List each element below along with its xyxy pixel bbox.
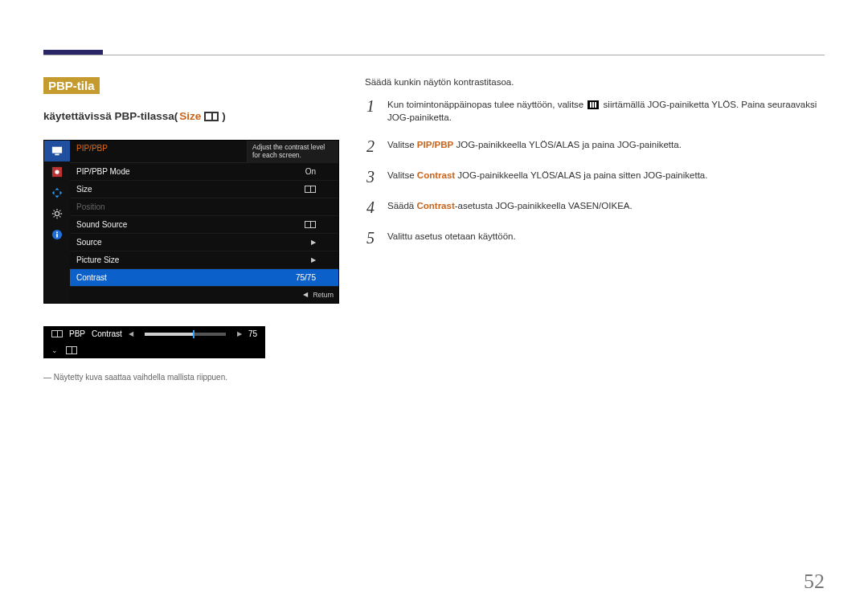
subhead-suffix: ) bbox=[222, 110, 226, 122]
step-2: 2 Valitse PIP/PBP JOG-painikkeella YLÖS/… bbox=[365, 138, 825, 154]
slider-track[interactable] bbox=[145, 333, 226, 336]
pbp-source-icon bbox=[51, 330, 63, 337]
osd-row-label: Source bbox=[76, 238, 207, 247]
step-number: 5 bbox=[365, 230, 376, 246]
osd-row-size[interactable]: Size bbox=[70, 181, 338, 198]
step-text: Valitse Contrast JOG-painikkeella YLÖS/A… bbox=[387, 169, 825, 182]
osd-row-source[interactable]: Source ▶ bbox=[70, 234, 338, 251]
chevron-left-icon[interactable]: ◀ bbox=[129, 330, 133, 337]
chevron-right-icon: ▶ bbox=[311, 256, 316, 264]
info-icon[interactable] bbox=[44, 224, 70, 245]
page-title: PBP-tila bbox=[43, 77, 100, 94]
pbp-size-icon bbox=[204, 112, 219, 121]
step-text: Valitse PIP/PBP JOG-painikkeella YLÖS/AL… bbox=[387, 138, 825, 151]
step-3: 3 Valitse Contrast JOG-painikkeella YLÖS… bbox=[365, 169, 825, 185]
osd-row-label: PIP/PBP Mode bbox=[76, 167, 207, 176]
osd-row-picturesize[interactable]: Picture Size ▶ bbox=[70, 251, 338, 269]
step-text: Valittu asetus otetaan käyttöön. bbox=[387, 230, 825, 243]
osd-row-value bbox=[207, 221, 332, 228]
osd-iconbar bbox=[44, 141, 70, 303]
osd-description: Adjust the contrast level for each scree… bbox=[247, 141, 338, 163]
step-pre: Valitse bbox=[387, 170, 417, 180]
step-4: 4 Säädä Contrast-asetusta JOG-painikkeel… bbox=[365, 199, 825, 215]
slider-param-label: Contrast bbox=[92, 329, 122, 338]
picture-icon[interactable] bbox=[44, 161, 70, 182]
subhead-size: Size bbox=[179, 110, 201, 122]
display-icon[interactable] bbox=[44, 141, 70, 161]
osd-row-label: Contrast bbox=[76, 273, 207, 282]
step-number: 3 bbox=[365, 169, 376, 185]
step-text: Kun toimintonäppäinopas tulee näyttöön, … bbox=[387, 98, 825, 124]
chevron-right-icon: ▶ bbox=[311, 239, 316, 246]
svg-rect-0 bbox=[52, 147, 62, 153]
slider-fill bbox=[145, 333, 194, 336]
osd-row-value: ▶ bbox=[207, 256, 332, 264]
step-keyword: PIP/PBP bbox=[417, 140, 453, 149]
pbp-size-icon bbox=[305, 186, 316, 193]
osd-panel: PIP/PBP Adjust the contrast level for ea… bbox=[43, 140, 339, 304]
step-number: 1 bbox=[365, 98, 376, 114]
step-keyword: Contrast bbox=[417, 170, 455, 180]
pbp-next-icon bbox=[66, 346, 77, 354]
svg-point-4 bbox=[55, 211, 59, 215]
step-5: 5 Valittu asetus otetaan käyttöön. bbox=[365, 230, 825, 246]
osd-row-value: On bbox=[207, 167, 332, 176]
step-text: Säädä Contrast-asetusta JOG-painikkeella… bbox=[387, 199, 825, 212]
header-rule bbox=[43, 55, 825, 55]
pbp-sound-icon bbox=[305, 221, 316, 228]
step-pre: Säädä bbox=[387, 201, 416, 210]
osd-row-value bbox=[207, 186, 332, 193]
step-pre: Valittu asetus otetaan käyttöön. bbox=[387, 231, 516, 241]
osd-footer: ◀ Return bbox=[70, 287, 338, 303]
svg-rect-1 bbox=[55, 154, 59, 156]
svg-rect-6 bbox=[56, 234, 58, 237]
svg-point-3 bbox=[55, 170, 59, 174]
osd-row-sound[interactable]: Sound Source bbox=[70, 216, 338, 234]
chevron-down-icon[interactable]: ⌄ bbox=[51, 346, 58, 354]
osd-rows: PIP/PBP Mode On Size Position Sound Sour… bbox=[70, 163, 338, 287]
steps-list: 1 Kun toimintonäppäinopas tulee näyttöön… bbox=[365, 98, 825, 246]
step-1: 1 Kun toimintonäppäinopas tulee näyttöön… bbox=[365, 98, 825, 124]
osd-row-label: Position bbox=[76, 202, 207, 211]
osd-row-label: Picture Size bbox=[76, 255, 207, 264]
intro-text: Säädä kunkin näytön kontrastitasoa. bbox=[365, 77, 825, 87]
osd-row-value: ▶ bbox=[207, 239, 332, 246]
svg-rect-7 bbox=[56, 232, 58, 234]
osd-row-mode[interactable]: PIP/PBP Mode On bbox=[70, 163, 338, 181]
step-pre: Kun toimintonäppäinopas tulee näyttöön, … bbox=[387, 100, 586, 109]
slider-knob[interactable] bbox=[193, 330, 194, 338]
chevron-right-icon[interactable]: ▶ bbox=[237, 330, 242, 337]
slider-source-label: PBP bbox=[69, 329, 85, 338]
osd-row-label: Sound Source bbox=[76, 220, 207, 229]
page-number: 52 bbox=[804, 570, 825, 594]
osd-row-label: Size bbox=[76, 185, 207, 194]
step-post: JOG-painikkeella YLÖS/ALAS ja paina JOG-… bbox=[453, 140, 682, 149]
guide-icon bbox=[588, 100, 599, 109]
contrast-slider-panel: PBP Contrast ◀ ▶ 75 ⌄ bbox=[43, 326, 265, 358]
subhead-prefix: käytettävissä PBP-tilassa( bbox=[43, 110, 178, 122]
osd-row-contrast[interactable]: Contrast 75/75 bbox=[70, 269, 338, 287]
step-post: -asetusta JOG-painikkeella VASEN/OIKEA. bbox=[455, 201, 633, 210]
step-number: 4 bbox=[365, 199, 376, 215]
settings-icon[interactable] bbox=[44, 203, 70, 224]
footnote: ― Näytetty kuva saattaa vaihdella mallis… bbox=[43, 373, 349, 382]
osd-row-position: Position bbox=[70, 198, 338, 216]
step-number: 2 bbox=[365, 138, 376, 154]
osd-menu-title: PIP/PBP bbox=[70, 141, 247, 163]
subheading: käytettävissä PBP-tilassa( Size ) bbox=[43, 110, 349, 122]
position-icon[interactable] bbox=[44, 182, 70, 203]
osd-return-label[interactable]: Return bbox=[313, 291, 334, 299]
osd-row-value: 75/75 bbox=[207, 273, 332, 282]
step-keyword: Contrast bbox=[416, 201, 454, 210]
step-pre: Valitse bbox=[387, 140, 417, 149]
slider-value: 75 bbox=[248, 329, 257, 338]
step-post: JOG-painikkeella YLÖS/ALAS ja paina sitt… bbox=[455, 170, 707, 180]
chevron-left-icon: ◀ bbox=[303, 291, 308, 298]
